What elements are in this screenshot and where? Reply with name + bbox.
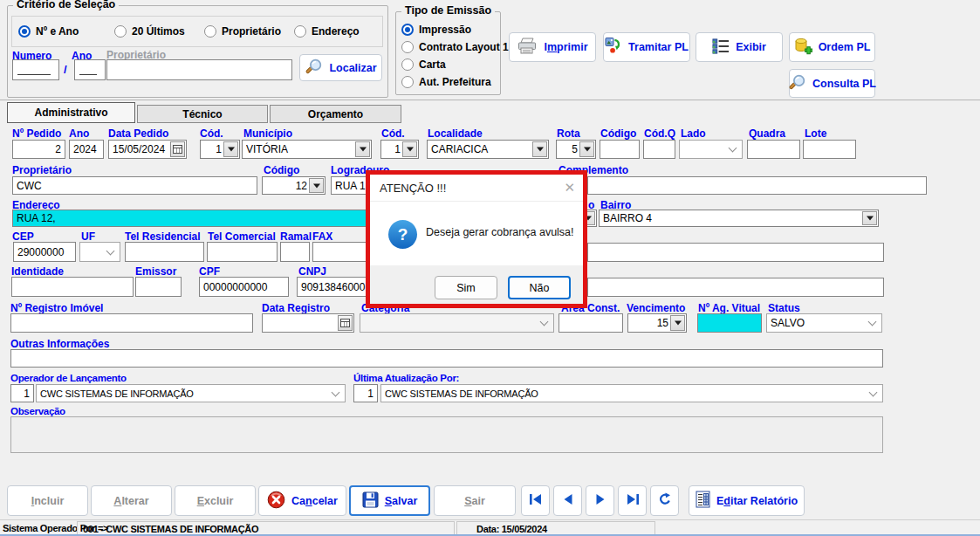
cod-localidade-dropdown[interactable]: 1 [380, 140, 419, 159]
nao-button[interactable]: Não [508, 276, 571, 299]
ramal-field[interactable] [280, 242, 310, 262]
tel-residencial-field[interactable] [125, 242, 204, 262]
refresh-button[interactable] [650, 485, 679, 516]
num-registro-imovel-field[interactable] [10, 313, 253, 333]
cep-field[interactable]: 29000000 [13, 242, 76, 262]
exibir-button[interactable]: Exibir [696, 32, 783, 62]
emissor-field[interactable] [135, 277, 182, 297]
bairro-dropdown[interactable]: BAIRRO 4 [599, 210, 879, 227]
nav-last-button[interactable] [618, 485, 647, 516]
cancelar-button[interactable]: Cancelar [258, 485, 346, 516]
salvar-button[interactable]: Salvar [349, 485, 430, 516]
radio-carta[interactable]: Carta [401, 58, 446, 71]
cpf-field[interactable]: 00000000000 [199, 277, 289, 297]
ano-criterio-input[interactable] [74, 59, 106, 80]
numero-input[interactable] [12, 59, 59, 80]
nav-next-button[interactable] [586, 485, 614, 516]
radio-num-e-ano[interactable]: Nº e Ano [18, 25, 79, 38]
num-pedido-field[interactable]: 2 [12, 140, 65, 159]
ultima-atualizacao-dropdown[interactable]: CWC SISTEMAS DE INFORMAÇÃO [380, 384, 883, 402]
proprietario-field[interactable]: CWC [12, 176, 257, 195]
quadra-field[interactable] [747, 140, 800, 159]
incluir-button[interactable]: Incluir [7, 485, 88, 516]
red-x-circle-icon [267, 491, 285, 512]
num-ag-vitual-field[interactable] [697, 313, 762, 333]
chevron-down-icon [869, 388, 878, 396]
ultima-atualizacao-code-field[interactable]: 1 [353, 384, 378, 402]
sair-button[interactable]: Sair [434, 485, 516, 516]
tab-label: Orçamento [308, 108, 363, 120]
tab-administrativo[interactable]: Administrativo [7, 102, 135, 123]
radio-label: Contrato Layout 1 [419, 41, 509, 53]
outras-informacoes-field[interactable] [10, 349, 883, 368]
lote-field[interactable] [803, 140, 856, 159]
radio-label: Aut. Prefeitura [419, 76, 491, 88]
quadra-label: Quadra [749, 127, 785, 140]
identidade-field[interactable] [11, 277, 134, 297]
radio-icon [401, 76, 414, 88]
excluir-label: Excluir [197, 495, 234, 507]
status-operator-panel: 001 - CWC SISTEMAS DE INFORMAÇÃO [77, 521, 455, 535]
dialog-title-bar[interactable]: ATENÇÃO !!! ✕ [370, 175, 583, 202]
cnpj-field[interactable]: 90913846000105 [297, 277, 373, 297]
hidden-label-field-1[interactable] [587, 243, 884, 262]
codigo-field[interactable] [600, 140, 640, 159]
cod-municipio-dropdown[interactable]: 1 [200, 140, 240, 159]
consulta-pl-button[interactable]: Consulta PL [789, 69, 875, 98]
complemento-field[interactable] [587, 176, 927, 195]
radio-proprietario[interactable]: Proprietário [204, 25, 281, 38]
data-pedido-calendar-button[interactable] [170, 141, 185, 157]
data-registro-calendar-button[interactable] [338, 315, 353, 331]
cpf-label: CPF [199, 265, 220, 278]
tab-label: Técnico [182, 108, 222, 120]
database-plus-icon [794, 38, 812, 58]
tramitar-pl-label: Tramitar PL [628, 41, 689, 53]
ordem-pl-button[interactable]: Ordem PL [789, 32, 875, 62]
radio-contrato-layout1[interactable]: Contrato Layout 1 [401, 41, 509, 53]
tab-tecnico[interactable]: Técnico [137, 105, 268, 123]
lado-dropdown[interactable] [679, 140, 743, 159]
localidade-dropdown[interactable]: CARIACICA [427, 140, 549, 159]
operador-lancamento-dropdown[interactable]: CWC SISTEMAS DE INFORMAÇÃO [36, 384, 346, 402]
hidden-label-field-2[interactable] [587, 278, 884, 297]
radio-20-ultimos[interactable]: 20 Últimos [114, 25, 185, 38]
first-record-icon [529, 493, 543, 508]
nav-first-button[interactable] [521, 485, 550, 516]
incluir-label: Incluir [31, 495, 65, 507]
tab-label: Administrativo [34, 107, 107, 119]
chevron-down-icon [332, 388, 340, 396]
radio-endereco[interactable]: Endereço [294, 25, 360, 38]
cod-q-field[interactable] [643, 140, 675, 159]
excluir-button[interactable]: Excluir [175, 485, 256, 516]
radio-impressao[interactable]: Impressão [401, 24, 471, 36]
rota-dropdown[interactable]: 5 [556, 140, 596, 159]
sim-button[interactable]: Sim [435, 276, 497, 299]
operador-lancamento-code-field[interactable]: 1 [10, 384, 34, 402]
ano-field[interactable]: 2024 [69, 140, 104, 159]
close-icon[interactable]: ✕ [564, 180, 575, 196]
question-mark-icon: ? [388, 220, 417, 249]
radio-label: Carta [419, 58, 446, 71]
uf-dropdown[interactable] [79, 242, 120, 262]
editar-relatorio-button[interactable]: Editar Relatório [689, 485, 805, 516]
route-document-icon [605, 37, 622, 58]
categoria-dropdown[interactable] [360, 313, 554, 333]
tramitar-pl-button[interactable]: Tramitar PL [603, 32, 690, 62]
codigo-logradouro-dropdown[interactable]: 12 [262, 176, 326, 195]
alterar-button[interactable]: Alterar [91, 485, 172, 516]
tel-comercial-field[interactable] [207, 242, 278, 262]
localizar-button[interactable]: Localizar [299, 54, 382, 81]
identidade-label: Identidade [11, 265, 64, 278]
imprimir-button[interactable]: Imprimir [509, 32, 596, 62]
area-const-field[interactable] [559, 313, 623, 333]
radio-aut-prefeitura[interactable]: Aut. Prefeitura [401, 76, 491, 88]
municipio-dropdown[interactable]: VITÓRIA [242, 140, 372, 159]
consulta-pl-label: Consulta PL [812, 78, 876, 90]
nav-previous-button[interactable] [553, 485, 582, 516]
proprietario-criterio-input[interactable] [106, 59, 292, 80]
dropdown-arrow-icon [862, 211, 877, 225]
observacao-textarea[interactable] [10, 416, 883, 453]
status-dropdown[interactable]: SALVO [766, 313, 882, 333]
vencimento-dropdown[interactable]: 15 [627, 313, 687, 333]
tab-orcamento[interactable]: Orçamento [270, 105, 401, 123]
